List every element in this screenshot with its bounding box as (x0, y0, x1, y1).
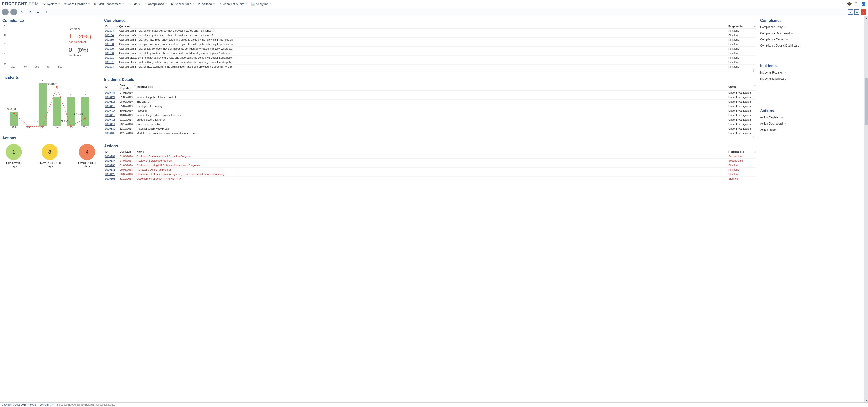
th-responsible[interactable]: Responsible◢ (727, 24, 756, 29)
cell-id[interactable]: 1000137 (104, 159, 119, 163)
id-link[interactable]: 1000131 (105, 155, 115, 158)
incidents-table[interactable]: ID◢ Date Reported◢ Incident Title Status… (104, 83, 756, 135)
th-status[interactable]: Status◢ (727, 83, 756, 91)
cell-id[interactable]: 1000419 (104, 104, 119, 108)
id-link[interactable]: 1000413 (105, 118, 115, 121)
id-link[interactable]: 1000444 (105, 91, 115, 94)
id-link[interactable]: 100230 (105, 38, 114, 41)
table-row[interactable]: 100041730/01/2019FloodingUnder Investiga… (104, 108, 756, 113)
id-link[interactable]: 100223 (105, 65, 114, 68)
cell-id[interactable]: 1000339 (104, 127, 119, 131)
menu-item-compliance[interactable]: ✓Compliance▼ (143, 1, 168, 7)
cell-id[interactable]: 100230 (104, 38, 118, 42)
menu-item-core-libraries[interactable]: ▦Core Libraries▼ (62, 1, 92, 7)
id-link[interactable]: 100166 (105, 52, 114, 55)
graduation-icon[interactable]: 🎓 (847, 1, 852, 7)
download-button[interactable]: ⬇ (43, 9, 49, 15)
incidents-bar-chart[interactable]: 13222 $122,500$380$370,000$2,000$75,000 … (2, 81, 92, 131)
id-link[interactable]: 1000415 (105, 114, 115, 116)
id-link[interactable]: 1000135 (105, 168, 115, 171)
id-link[interactable]: 100161 (105, 61, 114, 64)
cell-id[interactable]: 100220 (104, 46, 118, 51)
id-link[interactable]: 100221 (105, 56, 114, 59)
table-row[interactable]: 100041321/12/2018product description err… (104, 117, 756, 122)
menu-item-kris[interactable]: ⌖KRIs▼ (127, 1, 142, 7)
id-link[interactable]: 1000421 (105, 96, 115, 99)
cell-id[interactable]: 1000413 (104, 117, 119, 122)
actions-table[interactable]: ID◢ Due Date Name Responsible◢ 100013131… (104, 149, 756, 181)
menu-item-analytics[interactable]: 📊Analytics▼ (250, 1, 273, 7)
cell-id[interactable]: 1000417 (104, 108, 119, 113)
action-circle[interactable]: 1Due next 30 days (3, 144, 24, 168)
table-row[interactable]: 100041510/01/2019Incorrect legal advice … (104, 113, 756, 117)
id-link[interactable]: 1000137 (105, 159, 115, 162)
cell-id[interactable]: 1000411 (104, 122, 119, 127)
table-row[interactable]: 100016812/10/2018Model error resulting i… (104, 131, 756, 135)
menu-item-actions[interactable]: ⚑Actions▼ (196, 1, 216, 7)
menu-item-checklist-audits[interactable]: ☑Checklist Audits▼ (217, 1, 249, 7)
action-circle[interactable]: 4Overdue 180+ days (75, 144, 99, 168)
table-row[interactable]: 100013131/03/2018Review of Recruitment a… (104, 154, 756, 159)
cell-id[interactable]: 1000131 (104, 154, 119, 159)
nav-link-action-report[interactable]: Action Report → (760, 127, 862, 133)
table-row[interactable]: 100223Can you confirm that all new staff… (104, 65, 756, 69)
table-row[interactable]: 100013727/07/2018Review of Services Agre… (104, 159, 756, 163)
id-link[interactable]: 1000105 (105, 177, 115, 180)
id-link[interactable]: 1000168 (105, 132, 115, 134)
menu-item-risk-assessment[interactable]: 🗎Risk Assessment▼ (92, 1, 126, 7)
close-button[interactable]: ✕ (861, 9, 866, 15)
id-link[interactable]: 100164 (105, 34, 114, 37)
nav-link-action-dashboard[interactable]: Action Dashboard → (760, 121, 862, 127)
th-id[interactable]: ID◢ (104, 149, 119, 154)
nav-link-action-register[interactable]: Action Register → (760, 114, 862, 121)
cell-id[interactable]: 1000168 (104, 131, 119, 135)
table-row[interactable]: 100230Can you confirm that you have read… (104, 38, 756, 42)
print-button[interactable]: 🖨 (35, 9, 41, 15)
compliance-scroll-down[interactable]: ⇩ (104, 69, 756, 72)
back-button[interactable]: ‹ (2, 9, 8, 15)
scroll-thumb[interactable] (865, 77, 868, 125)
compliance-bar-chart[interactable]: 43210 OctNovDecJanFeb (2, 24, 66, 70)
id-link[interactable]: 100220 (105, 47, 114, 50)
cell-id[interactable]: 100223 (104, 65, 118, 69)
table-row[interactable]: 100166Can you confirm that all key contr… (104, 51, 756, 56)
help-icon[interactable]: ? (855, 1, 858, 6)
vertical-scrollbar[interactable]: ▴ ▾ (864, 16, 868, 402)
nav-link-compliance-entry[interactable]: Compliance Entry → (760, 24, 862, 30)
cell-id[interactable]: 100161 (104, 60, 118, 65)
cell-id[interactable]: 1000135 (104, 168, 119, 172)
nav-link-incidents-register[interactable]: Incidents Register → (760, 69, 862, 76)
menu-item-system[interactable]: ⚙System▼ (42, 1, 61, 7)
table-row[interactable]: 100042101/03/2019Incorrect supplier deta… (104, 95, 756, 100)
id-link[interactable]: 1000339 (105, 127, 115, 130)
refresh-button[interactable]: ⟳ (27, 9, 33, 15)
nav-link-compliance-report[interactable]: Compliance Report → (760, 36, 862, 42)
user-icon[interactable]: 👤 (861, 1, 866, 7)
cell-id[interactable]: 1000444 (104, 91, 119, 95)
cell-id[interactable]: 1000415 (104, 113, 119, 117)
scroll-down-arrow[interactable]: ▾ (864, 399, 868, 402)
cell-id[interactable]: 100166 (104, 51, 118, 56)
cell-id[interactable]: 100160 (104, 42, 118, 46)
th-due[interactable]: Due Date (119, 149, 136, 154)
id-link[interactable]: 1000120 (105, 173, 115, 176)
table-row[interactable]: 100031608/02/2019Trip and fallUnder Inve… (104, 100, 756, 104)
table-row[interactable]: 100013509/08/2018Renewal of Anti-Virus P… (104, 168, 756, 172)
table-row[interactable]: 100044407/03/2019Under Investigation (104, 91, 756, 95)
table-row[interactable]: 100164Can you confirm that all computer … (104, 33, 756, 38)
table-row[interactable]: 100013301/08/2018Review of existing HR P… (104, 163, 756, 168)
table-row[interactable]: 100224Can you confirm that all computer … (104, 29, 756, 33)
th-id[interactable]: ID◢ (104, 83, 119, 91)
table-row[interactable]: 100161Can you please confirm that you ha… (104, 60, 756, 65)
menu-item-applications[interactable]: ⚙Applications▼ (169, 1, 195, 7)
favorite-button[interactable]: ★ (848, 9, 853, 15)
table-row[interactable]: 100160Can you confirm that you have read… (104, 42, 756, 46)
table-row[interactable]: 100012030/09/2018Development of an infor… (104, 172, 756, 176)
edit-button[interactable]: ✎ (19, 9, 25, 15)
table-row[interactable]: 100033912/12/2018Potential data privacy … (104, 127, 756, 131)
table-row[interactable]: 100221Can you please confirm that you ha… (104, 56, 756, 60)
id-link[interactable]: 1000316 (105, 100, 115, 103)
compliance-table[interactable]: ID◢ Question Responsible◢ 100224Can you … (104, 24, 756, 69)
cell-id[interactable]: 1000133 (104, 163, 119, 168)
th-responsible[interactable]: Responsible◢ (727, 149, 756, 154)
